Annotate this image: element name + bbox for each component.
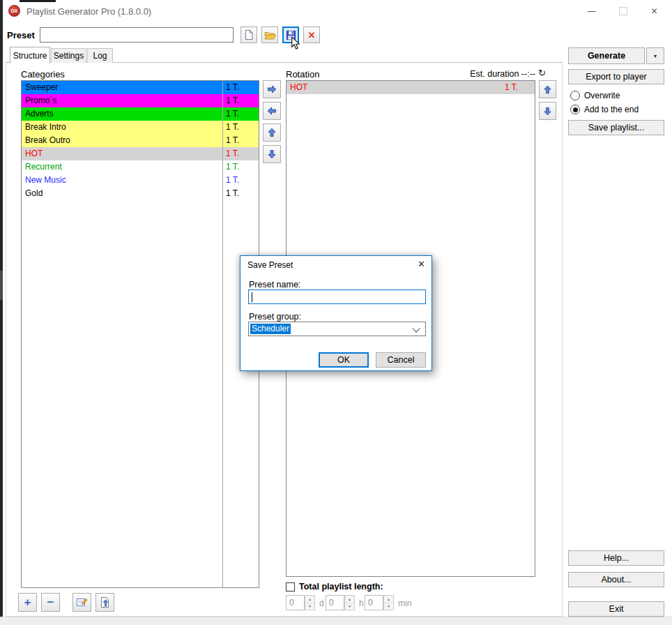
text-caret: [252, 292, 252, 302]
days-stepper[interactable]: ▲ ▼: [305, 595, 315, 610]
exit-button[interactable]: Exit: [568, 601, 664, 617]
estimated-duration: Est. duration --:--: [390, 69, 535, 79]
export-to-player-button[interactable]: Export to player: [568, 69, 664, 84]
ok-button[interactable]: OK: [319, 352, 369, 368]
list-row[interactable]: Break Intro1 T.: [22, 121, 259, 134]
minimize-button[interactable]: —: [576, 0, 607, 22]
overwrite-label: Overwrite: [584, 91, 620, 100]
app-window: DX Playlist Generator Pro (1.8.0.0) — ✕ …: [0, 0, 672, 625]
arrow-down-icon: [266, 149, 277, 160]
add-category-button[interactable]: +: [18, 593, 37, 612]
chevron-down-icon: [412, 324, 420, 332]
add-to-rotation-button[interactable]: [263, 80, 281, 98]
tab-settings[interactable]: Settings: [51, 48, 86, 63]
days-unit-label: d: [319, 598, 324, 608]
minimize-icon: —: [588, 6, 596, 16]
list-row[interactable]: New Music1 T.: [22, 174, 259, 187]
list-row-selected[interactable]: HOT1 T.: [287, 81, 535, 94]
row-count: 1 T.: [226, 121, 239, 134]
row-name: HOT: [290, 81, 307, 94]
tab-settings-label: Settings: [54, 51, 84, 61]
chevron-down-icon: ▼: [653, 54, 658, 59]
minus-icon: −: [47, 596, 54, 608]
import-category-button[interactable]: [96, 593, 114, 612]
minutes-input[interactable]: 0: [365, 595, 383, 610]
app-icon: DX: [8, 5, 20, 17]
column-separator: [222, 81, 223, 587]
overwrite-radio[interactable]: Overwrite: [570, 90, 620, 101]
tab-structure[interactable]: Structure: [10, 47, 50, 63]
preset-group-value: Scheduler: [250, 324, 291, 334]
plus-icon: +: [24, 596, 31, 608]
move-rotation-down-button[interactable]: [539, 102, 556, 120]
row-count: 1 T.: [226, 134, 239, 147]
background-strip-bottom: [0, 617, 672, 625]
list-row[interactable]: Recurrent1 T.: [22, 160, 259, 174]
tab-log-label: Log: [93, 51, 107, 61]
preset-name-input[interactable]: [248, 289, 426, 304]
import-icon: [99, 596, 111, 608]
background-strip-left: [0, 0, 3, 617]
days-input[interactable]: 0: [286, 595, 305, 610]
refresh-icon[interactable]: ↻: [538, 68, 546, 78]
background-strip-top: [20, 0, 56, 2]
list-row[interactable]: Adverts1 T.: [22, 107, 259, 121]
row-count: 1 T.: [226, 147, 239, 160]
move-category-down-button[interactable]: [263, 145, 281, 163]
preset-input[interactable]: [40, 27, 234, 43]
row-name: Sweeper: [25, 81, 58, 94]
list-row[interactable]: Break Outro1 T.: [22, 134, 259, 147]
rotation-label: Rotation: [286, 69, 319, 80]
dialog-title: Save Preset: [247, 260, 293, 270]
save-playlist-button[interactable]: Save playlist...: [568, 120, 664, 135]
row-name: Promo´s: [25, 94, 56, 107]
maximize-button[interactable]: [607, 0, 639, 22]
preset-group-combobox[interactable]: Scheduler: [248, 322, 426, 336]
hours-input[interactable]: 0: [326, 595, 344, 610]
total-length-checkbox[interactable]: [286, 582, 295, 592]
cancel-button[interactable]: Cancel: [376, 352, 426, 368]
hours-unit-label: h: [359, 598, 364, 608]
hours-stepper[interactable]: ▲ ▼: [344, 595, 355, 610]
window-title: Playlist Generator Pro (1.8.0.0): [26, 6, 151, 17]
generate-button[interactable]: Generate: [568, 47, 645, 64]
spin-up-icon: ▲: [305, 596, 314, 603]
about-button[interactable]: About...: [568, 572, 664, 587]
spin-down-icon: ▼: [305, 603, 314, 610]
add-to-end-label: Add to the end: [584, 105, 639, 114]
delete-preset-button[interactable]: ✕: [303, 27, 320, 43]
row-count: 1 T.: [226, 160, 239, 174]
list-row[interactable]: Sweeper1 T.: [22, 81, 259, 94]
move-rotation-up-button[interactable]: [539, 80, 556, 98]
add-to-end-radio[interactable]: Add to the end: [570, 104, 639, 115]
close-icon: ✕: [650, 6, 657, 16]
new-document-icon: [243, 29, 254, 40]
generate-dropdown-button[interactable]: ▼: [646, 47, 664, 64]
edit-icon: [76, 596, 88, 608]
list-row-selected[interactable]: HOT1 T.: [22, 147, 259, 160]
new-preset-button[interactable]: [240, 27, 257, 43]
list-row[interactable]: Promo´s1 T.: [22, 94, 259, 107]
help-button[interactable]: Help...: [568, 550, 664, 566]
spin-down-icon: ▼: [384, 603, 393, 610]
close-button[interactable]: ✕: [639, 0, 670, 22]
open-preset-button[interactable]: [261, 27, 278, 43]
row-name: New Music: [25, 174, 66, 187]
row-count: 1 T.: [226, 107, 239, 121]
categories-list[interactable]: Sweeper1 T.Promo´s1 T.Adverts1 T.Break I…: [21, 80, 259, 588]
dialog-close-button[interactable]: ✕: [418, 259, 425, 269]
row-name: Break Outro: [25, 134, 70, 147]
remove-from-rotation-button[interactable]: [263, 102, 281, 120]
arrow-right-icon: [266, 84, 277, 95]
list-row[interactable]: Gold1 T.: [22, 187, 259, 200]
edit-category-button[interactable]: [72, 593, 91, 612]
remove-category-button[interactable]: −: [41, 593, 60, 612]
preset-group-label: Preset group:: [249, 312, 301, 322]
categories-label: Categories: [21, 69, 65, 80]
arrow-left-icon: [266, 105, 277, 116]
row-name: HOT: [25, 147, 43, 160]
preset-label: Preset: [7, 30, 35, 40]
move-category-up-button[interactable]: [263, 123, 281, 142]
tab-log[interactable]: Log: [87, 48, 113, 63]
minutes-stepper[interactable]: ▲ ▼: [383, 595, 394, 610]
